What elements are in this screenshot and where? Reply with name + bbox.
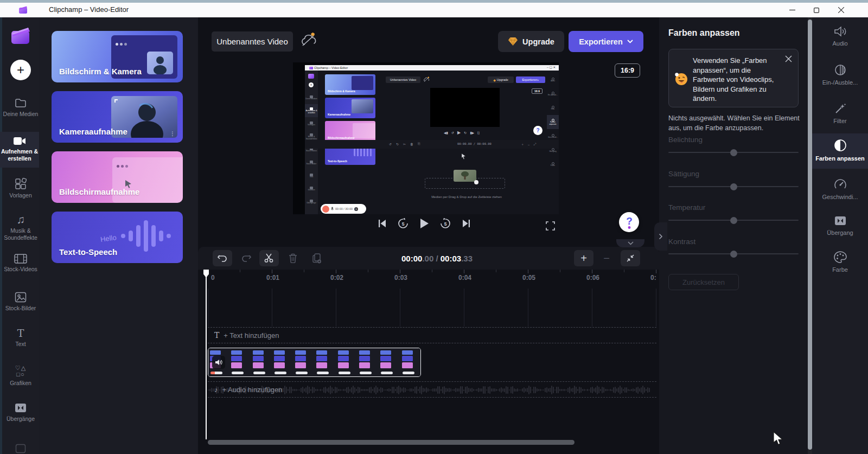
project-name-field[interactable]: Unbenanntes Video	[212, 31, 293, 52]
sidebar-item-musik-soundeffekte[interactable]: ♫ Musik & Soundeffekte	[2, 214, 39, 241]
reset-button[interactable]: Zurücksetzen	[668, 274, 739, 290]
minus-icon: −	[603, 253, 610, 264]
duplicate-button[interactable]	[307, 250, 327, 266]
waveform-bar	[364, 389, 365, 391]
close-button[interactable]	[830, 4, 852, 16]
waveform-bar	[590, 387, 591, 392]
waveform-bar	[380, 387, 381, 393]
waveform-bar	[637, 387, 639, 394]
playhead-line	[206, 270, 207, 439]
card-kameraaufnahme[interactable]: ⋮ Kameraaufnahme	[52, 91, 183, 143]
audio-track-add[interactable]: ♪ + Audio hinzufügen	[208, 381, 656, 398]
timeline-gridlines	[208, 289, 656, 327]
sidebar-item-text[interactable]: T Text	[2, 328, 39, 348]
text-icon: T	[17, 328, 24, 338]
play-button[interactable]	[419, 218, 429, 229]
upgrade-button[interactable]: Upgrade	[498, 31, 564, 52]
slider-temperatur[interactable]	[668, 220, 799, 221]
maximize-button[interactable]	[806, 4, 827, 16]
waveform-bar	[484, 386, 486, 393]
waveform-bar	[592, 387, 593, 393]
sidebar-item-vorlagen[interactable]: Vorlagen	[2, 178, 39, 199]
rightbar-item-farbe[interactable]: Farbe	[812, 251, 868, 273]
rightbar-item-farben-anpassen[interactable]: Farben anpassen	[812, 133, 868, 169]
expand-panel-button[interactable]	[654, 222, 667, 251]
waveform-bar	[432, 388, 433, 392]
help-button[interactable]: ?	[619, 212, 639, 232]
waveform-bar	[419, 387, 420, 393]
waveform-bar	[524, 387, 525, 393]
split-button[interactable]	[259, 250, 279, 266]
timeline-gridline	[528, 289, 528, 327]
card-bildschirm-kamera[interactable]: Bildschirm & Kamera	[52, 31, 183, 82]
slider-thumb[interactable]	[730, 183, 737, 190]
preview-window-controls: – ▢ ✕	[547, 66, 556, 69]
sidebar-item-grafiken[interactable]: ♡△□○ Grafiken	[2, 365, 39, 387]
cloud-sync-button[interactable]	[300, 33, 317, 49]
waveform-bar	[317, 389, 318, 391]
waveform-bar	[436, 388, 437, 391]
rewind-5s-button[interactable]: 5	[398, 218, 409, 229]
aspect-ratio-button[interactable]: 16:9	[615, 63, 640, 78]
card-bildschirmaufnahme[interactable]: Bildschirmaufnahme	[52, 151, 183, 203]
waveform-bar	[593, 388, 595, 392]
zoom-out-button[interactable]: −	[597, 250, 616, 266]
zoom-in-button[interactable]: +	[574, 250, 593, 266]
waveform-bar	[605, 389, 606, 391]
ruler-label: 0:07	[646, 274, 656, 282]
sidebar-item-uebergaenge[interactable]: Übergänge	[2, 402, 39, 423]
rightbar-item-filter[interactable]: Filter	[812, 103, 868, 125]
waveform-bar	[434, 388, 435, 392]
waveform-bar	[517, 388, 518, 392]
templates-icon	[15, 178, 27, 190]
waveform-bar	[292, 389, 293, 392]
forward-5s-button[interactable]: 5	[440, 218, 451, 229]
rightbar-item-geschwindigkeit[interactable]: Geschwindi...	[812, 178, 868, 201]
slider-belichtung[interactable]	[668, 152, 799, 153]
sidebar-item-stock-videos[interactable]: Stock-Videos	[2, 254, 39, 273]
slider-thumb[interactable]	[730, 149, 737, 156]
export-button[interactable]: Exportieren	[569, 31, 643, 52]
waveform-bar	[431, 389, 432, 391]
slider-kontrast[interactable]	[668, 253, 799, 254]
skip-end-button[interactable]	[462, 219, 470, 228]
minimize-button[interactable]	[781, 4, 803, 16]
waveform-bar	[289, 387, 290, 393]
sidebar-item-aufnehmen-erstellen[interactable]: Aufnehmen & erstellen	[0, 132, 39, 168]
zoom-fit-button[interactable]	[621, 250, 640, 266]
slider-saettigung[interactable]	[668, 186, 799, 187]
waveform-bar	[429, 389, 430, 391]
timeline-horizontal-scrollbar[interactable]	[208, 440, 575, 445]
slider-thumb[interactable]	[730, 217, 737, 224]
undo-button[interactable]	[213, 250, 232, 266]
fullscreen-button[interactable]	[546, 221, 555, 231]
ruler-label: 0:02	[326, 274, 348, 282]
sidebar-item-deine-medien[interactable]: Deine Medien	[2, 98, 39, 118]
add-media-button[interactable]: +	[2, 60, 39, 80]
svg-text:?: ?	[626, 215, 633, 227]
timeline-ruler[interactable]: 00:010:020:030:040:050:060:07	[208, 270, 656, 289]
slider-thumb[interactable]	[730, 251, 737, 258]
video-clip[interactable]	[208, 348, 421, 377]
text-track-add[interactable]: T + Text hinzufügen	[208, 327, 656, 343]
delete-button[interactable]	[283, 250, 303, 266]
skip-start-button[interactable]	[378, 219, 387, 228]
waveform-bar	[509, 389, 510, 391]
plus-icon: +	[580, 253, 587, 264]
rightbar-item-uebergang[interactable]: Übergang	[812, 215, 868, 236]
waveform-bar	[388, 388, 390, 391]
waveform-bar	[304, 388, 305, 392]
card-text-to-speech[interactable]: Hello Text-to-Speech	[52, 212, 183, 263]
timeline-collapse-button[interactable]	[616, 239, 644, 247]
clipchamp-logo-icon	[18, 5, 28, 14]
vertical-scrollbar[interactable]	[808, 17, 812, 454]
rightbar-item-ein-ausblenden[interactable]: Ein-/Ausble...	[812, 64, 868, 86]
redo-button[interactable]	[237, 250, 256, 266]
sidebar-item-stock-bilder[interactable]: Stock-Bilder	[2, 292, 39, 312]
video-preview[interactable]: Clipchamp – Video-Editor – ▢ ✕ + Deine M…	[293, 62, 559, 214]
waveform-bar	[569, 387, 570, 393]
scrollbar-thumb[interactable]	[808, 20, 812, 450]
rightbar-item-audio[interactable]: Audio	[812, 26, 868, 47]
close-icon[interactable]	[785, 55, 792, 62]
waveform-bar	[576, 387, 577, 393]
